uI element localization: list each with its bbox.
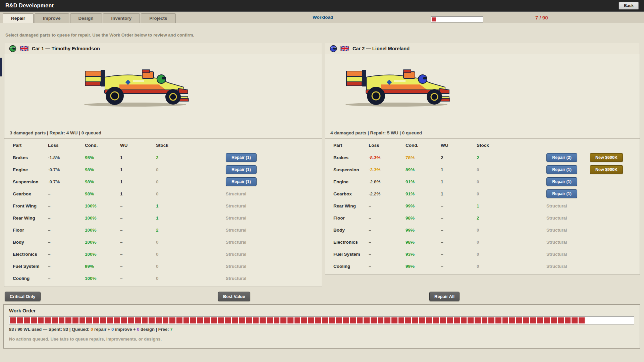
tab-improve[interactable]: Improve <box>35 13 69 23</box>
work-order-segment <box>93 317 99 323</box>
part-loss: -0.7% <box>48 179 60 184</box>
work-order-summary: 83 / 90 WL used — Spent: 83 | Queued: 0 … <box>9 327 634 332</box>
work-order-segment <box>204 317 210 323</box>
new-part-button[interactable]: New $600K <box>590 153 623 162</box>
structural-label: Structural <box>226 216 246 221</box>
repair-button[interactable]: Repair (1) <box>546 177 577 186</box>
column-header: Cond. <box>85 143 98 148</box>
car-illustration <box>80 68 191 108</box>
repair-all-button[interactable]: Repair All <box>429 292 460 301</box>
work-order-segment <box>343 317 349 323</box>
workload-bar <box>431 16 483 22</box>
part-row: Electronics – 100% – 0 Structural <box>4 248 322 260</box>
part-row: Body – 100% – 0 Structural <box>4 236 322 248</box>
work-order-segment <box>308 317 314 323</box>
work-order-note: No actions queued. Use tabs to queue rep… <box>9 337 634 342</box>
work-order-segment <box>482 317 488 323</box>
part-condition: 89% <box>406 167 415 172</box>
part-loss: – <box>369 203 371 208</box>
improve-suffix: improve + <box>114 327 137 332</box>
tab-inventory[interactable]: Inventory <box>103 13 140 23</box>
car-panel-header: Car 2 — Lionel Moreland <box>325 43 640 54</box>
part-row: Rear Wing – 99% – 1 Structural <box>325 200 640 212</box>
new-part-button[interactable]: New $900K <box>590 165 623 174</box>
work-order-segment <box>599 317 605 323</box>
repair-button[interactable]: Repair (1) <box>546 189 577 198</box>
work-order-segment <box>592 317 598 323</box>
structural-label: Structural <box>546 228 567 233</box>
structural-label: Structural <box>546 216 567 221</box>
work-order-segment <box>544 317 550 323</box>
tab-bar: RepairImproveDesignInventoryProjects <box>3 13 176 23</box>
part-row: Rear Wing – 100% – 1 Structural <box>4 212 322 224</box>
work-order-segment <box>45 317 51 323</box>
work-order-segment <box>107 317 113 323</box>
part-action-cell: Repair (2) <box>546 153 577 162</box>
part-name: Suspension <box>333 167 359 172</box>
tab-projects[interactable]: Projects <box>141 13 175 23</box>
part-name: Rear Wing <box>333 203 356 208</box>
work-order-segment <box>31 317 37 323</box>
part-condition: 100% <box>85 276 97 281</box>
work-order-segment <box>350 317 356 323</box>
tab-repair[interactable]: Repair <box>3 13 34 23</box>
part-action-cell: Structural <box>546 203 567 208</box>
back-button[interactable]: Back <box>619 2 639 9</box>
work-order-segment <box>426 317 432 323</box>
repair-suffix: repair + <box>93 327 111 332</box>
work-order-segment <box>502 317 508 323</box>
part-name: Gearbox <box>13 191 31 196</box>
table-body: Brakes -1.8% 95% 1 2 Repair (1) Engine -… <box>4 152 322 284</box>
work-order-segment <box>412 317 418 323</box>
part-stock: 0 <box>477 240 479 245</box>
work-order-segment <box>86 317 92 323</box>
repair-button[interactable]: Repair (2) <box>546 153 577 162</box>
part-wu: 1 <box>441 167 443 172</box>
part-row: Electronics – 98% – 0 Structural <box>325 236 640 248</box>
part-row: Brakes -8.3% 78% 2 2 Repair (2) New $600… <box>325 152 640 164</box>
tab-design[interactable]: Design <box>70 13 102 23</box>
title-bar: R&D Development Back <box>0 0 644 12</box>
part-condition: 98% <box>406 216 415 221</box>
part-condition: 98% <box>85 191 94 196</box>
work-order-segment <box>405 317 411 323</box>
part-wu: – <box>120 203 123 208</box>
critical-only-button[interactable]: Critical Only <box>5 292 41 301</box>
part-condition: 95% <box>85 155 94 160</box>
repair-button[interactable]: Repair (1) <box>226 153 257 162</box>
part-name: Floor <box>13 228 24 233</box>
repair-button[interactable]: Repair (1) <box>226 165 257 174</box>
best-value-button[interactable]: Best Value <box>218 292 250 301</box>
column-header: WU <box>120 143 128 148</box>
part-condition: 98% <box>406 240 415 245</box>
part-condition: 91% <box>406 179 415 184</box>
work-order-segment <box>232 317 238 323</box>
part-loss: – <box>48 191 51 196</box>
part-name: Cooling <box>333 264 350 269</box>
part-stock: 0 <box>156 276 159 281</box>
table-header: PartLossCond.WUStock <box>4 139 322 152</box>
work-order-segment <box>537 317 543 323</box>
part-name: Gearbox <box>333 191 352 196</box>
part-name: Body <box>13 240 24 245</box>
part-row: Suspension -3.3% 89% 1 0 Repair (1) New … <box>325 164 640 176</box>
part-stock: 0 <box>156 252 159 257</box>
work-order-segment <box>454 317 460 323</box>
part-loss: -1.8% <box>48 155 60 160</box>
work-order-segment <box>315 317 321 323</box>
work-order-segment <box>163 317 169 323</box>
part-wu: 1 <box>441 179 443 184</box>
repair-button[interactable]: Repair (1) <box>546 165 577 174</box>
work-order-segment <box>468 317 474 323</box>
work-order-segment <box>378 317 384 323</box>
part-stock: 2 <box>477 216 479 221</box>
part-name: Suspension <box>13 179 39 184</box>
work-order-segment <box>475 317 481 323</box>
repair-button[interactable]: Repair (1) <box>226 177 257 186</box>
uk-flag-icon <box>341 46 349 51</box>
structural-label: Structural <box>226 228 246 233</box>
part-wu: – <box>441 216 443 221</box>
table-body: Brakes -8.3% 78% 2 2 Repair (2) New $600… <box>325 152 640 272</box>
work-order-segment <box>156 317 162 323</box>
part-row: Floor – 100% – 2 Structural <box>4 224 322 236</box>
